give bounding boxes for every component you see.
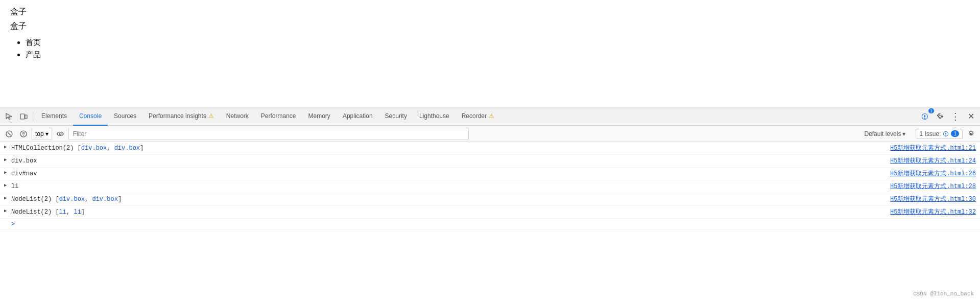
close-devtools-btn[interactable]: ✕ — [964, 109, 978, 124]
expand-icon-row6[interactable] — [4, 208, 11, 214]
row-content-row3: div#nav — [11, 169, 880, 178]
recorder-warning-icon: ⚠ — [489, 112, 494, 120]
more-options-icon-btn[interactable]: ⋮ — [948, 109, 963, 124]
devtools-tab-bar: Elements Console Sources Performance ins… — [0, 107, 980, 126]
tab-lighthouse[interactable]: Lighthouse — [413, 107, 456, 126]
page-title-2: 盒子 — [10, 19, 970, 33]
expand-icon-row2[interactable] — [4, 157, 11, 163]
footer-text: CSDN @lion_no_back — [913, 291, 974, 297]
issues-icon-btn[interactable]: 1 — [918, 109, 932, 124]
tab-application[interactable]: Application — [337, 107, 379, 126]
eye-icon-btn[interactable] — [54, 128, 66, 140]
row-content-row4: li — [11, 182, 880, 191]
expand-icon-row3[interactable] — [4, 170, 11, 175]
tab-console[interactable]: Console — [73, 107, 108, 126]
svg-line-3 — [8, 132, 11, 135]
tab-performance[interactable]: Performance — [255, 107, 302, 126]
inspect-icon[interactable] — [2, 109, 16, 124]
console-filter-input[interactable] — [68, 128, 469, 140]
row-content-row5: NodeList(2) [div.box, div.box] — [11, 195, 880, 204]
row-content-row2: div.box — [11, 156, 880, 166]
console-output: HTMLCollection(2) [div.box, div.box] H5新… — [0, 142, 980, 301]
default-levels-label: Default levels — [864, 130, 901, 137]
console-row-row4: li H5新增获取元素方式.html:28 — [0, 180, 980, 193]
console-settings-btn[interactable] — [965, 128, 977, 140]
top-selector-chevron-icon — [45, 130, 49, 137]
tabs-right-actions: 1 ⋮ ✕ — [918, 109, 978, 124]
console-row-row2: div.box H5新增获取元素方式.html:24 — [0, 155, 980, 168]
row-link-row4[interactable]: H5新增获取元素方式.html:28 — [880, 182, 976, 191]
tab-performance-insights[interactable]: Performance insights ⚠ — [142, 107, 220, 126]
console-rows-container: HTMLCollection(2) [div.box, div.box] H5新… — [0, 142, 980, 219]
issues-badge-btn[interactable]: 1 Issue: 1 — [916, 129, 963, 139]
tab-recorder[interactable]: Recorder ⚠ — [456, 107, 500, 126]
issues-text: 1 Issue: — [919, 130, 941, 137]
expand-icon-row5[interactable] — [4, 195, 11, 201]
issues-count-num: 1 — [951, 130, 959, 137]
svg-rect-0 — [20, 114, 25, 119]
row-link-row6[interactable]: H5新增获取元素方式.html:32 — [880, 207, 976, 216]
tab-elements[interactable]: Elements — [35, 107, 73, 126]
nav-item-product[interactable]: 产品 — [26, 49, 970, 61]
page-content: 盒子 盒子 首页 产品 — [0, 0, 980, 66]
tab-security[interactable]: Security — [379, 107, 413, 126]
top-selector-dropdown[interactable]: top — [32, 128, 52, 140]
default-levels-chevron-icon — [902, 130, 905, 137]
tab-sources[interactable]: Sources — [108, 107, 142, 126]
svg-rect-1 — [25, 115, 27, 119]
row-link-row2[interactable]: H5新增获取元素方式.html:24 — [880, 156, 976, 165]
device-toggle-icon[interactable] — [16, 109, 31, 124]
tab-separator-1 — [33, 111, 33, 122]
page-title-1: 盒子 — [10, 5, 970, 18]
console-row-row3: div#nav H5新增获取元素方式.html:26 — [0, 168, 980, 180]
settings-icon-btn[interactable] — [933, 109, 947, 124]
issues-icon — [943, 131, 949, 137]
top-selector-value: top — [35, 130, 44, 137]
row-link-row3[interactable]: H5新增获取元素方式.html:26 — [880, 169, 976, 178]
console-row-row6: NodeList(2) [li, li] H5新增获取元素方式.html:32 — [0, 206, 980, 219]
tab-memory[interactable]: Memory — [302, 107, 337, 126]
console-input-caret: > — [11, 221, 15, 228]
issues-count-badge: 1 — [928, 108, 934, 113]
row-content-row1: HTMLCollection(2) [div.box, div.box] — [11, 144, 880, 153]
row-content-row6: NodeList(2) [li, li] — [11, 207, 880, 217]
console-toolbar: top Default levels 1 Issue: 1 — [0, 126, 980, 142]
clear-console-btn[interactable] — [3, 128, 15, 140]
page-nav-list: 首页 产品 — [10, 36, 970, 61]
row-link-row1[interactable]: H5新增获取元素方式.html:21 — [880, 144, 976, 152]
default-levels-dropdown[interactable]: Default levels — [864, 130, 905, 137]
row-link-row5[interactable]: H5新增获取元素方式.html:30 — [880, 195, 976, 203]
filter-toggle-btn[interactable] — [17, 128, 30, 140]
expand-icon-row4[interactable] — [4, 182, 11, 188]
tab-network[interactable]: Network — [220, 107, 255, 126]
console-row-row5: NodeList(2) [div.box, div.box] H5新增获取元素方… — [0, 193, 980, 206]
svg-point-9 — [59, 133, 61, 135]
expand-icon-row1[interactable] — [4, 144, 11, 150]
console-row-row1: HTMLCollection(2) [div.box, div.box] H5新… — [0, 142, 980, 155]
nav-item-home[interactable]: 首页 — [26, 36, 970, 49]
devtools-panel: Elements Console Sources Performance ins… — [0, 107, 980, 301]
console-input-row[interactable]: > — [0, 219, 980, 230]
performance-insights-warning-icon: ⚠ — [208, 112, 214, 120]
